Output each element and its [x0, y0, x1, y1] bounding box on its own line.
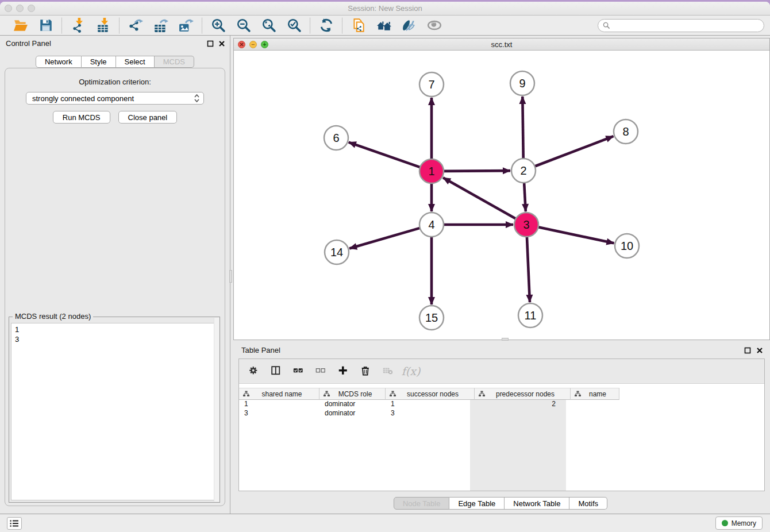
- graph-edge-2-3[interactable]: [524, 183, 526, 211]
- graph-node-6[interactable]: 6: [324, 126, 348, 150]
- network-canvas[interactable]: 7968124314101511: [234, 51, 769, 340]
- network-window: ✕ − + scc.txt 7968124314101511: [233, 38, 770, 340]
- graph-node-2[interactable]: 2: [511, 159, 536, 183]
- control-tab-style[interactable]: Style: [82, 56, 116, 68]
- graph-edge-3-10[interactable]: [538, 227, 614, 243]
- delete-column-icon: [360, 365, 372, 377]
- optimization-criterion-select[interactable]: strongly connected component: [26, 92, 204, 105]
- graph-node-14[interactable]: 14: [325, 240, 349, 264]
- delete-column-button[interactable]: [359, 364, 373, 378]
- svg-text:11: 11: [525, 309, 537, 322]
- fx-icon: f(x): [402, 365, 421, 377]
- table-cell[interactable]: dominator: [319, 400, 386, 409]
- graph-node-9[interactable]: 9: [510, 71, 534, 95]
- table-options-button[interactable]: [247, 364, 261, 378]
- graph-edge-3-1[interactable]: [443, 178, 516, 218]
- mcds-panel: Optimization criterion: strongly connect…: [5, 68, 225, 506]
- import-network-button[interactable]: [70, 18, 86, 33]
- zoom-out-button[interactable]: [236, 18, 251, 33]
- column-header-predecessor-nodes[interactable]: predecessor nodes: [475, 388, 571, 400]
- graph-node-1[interactable]: 1: [419, 159, 444, 183]
- graph-node-11[interactable]: 11: [518, 303, 542, 327]
- control-tab-mcds[interactable]: MCDS: [155, 56, 194, 68]
- mcds-result-textarea[interactable]: 1 3: [11, 323, 218, 500]
- delete-table-button[interactable]: [382, 364, 395, 378]
- graph-edge-1-2[interactable]: [444, 171, 510, 171]
- svg-text:8: 8: [622, 125, 629, 138]
- control-tab-network[interactable]: Network: [36, 56, 82, 68]
- main-toolbar: [0, 16, 770, 36]
- column-sort-icon: [324, 391, 330, 397]
- export-network-button[interactable]: [128, 18, 143, 33]
- graph-node-10[interactable]: 10: [615, 234, 639, 258]
- table-panel-close-button[interactable]: [756, 346, 763, 356]
- function-builder-button[interactable]: f(x): [404, 364, 418, 378]
- zoom-selected-button[interactable]: [286, 18, 302, 33]
- zoom-fit-button[interactable]: [261, 18, 276, 33]
- table-row[interactable]: 3dominator323: [239, 409, 764, 418]
- control-tab-select[interactable]: Select: [116, 56, 155, 68]
- column-header-name[interactable]: name: [571, 388, 619, 400]
- graph-edge-4-14[interactable]: [349, 228, 420, 249]
- show-columns-button[interactable]: [270, 364, 283, 378]
- close-panel-button[interactable]: Close panel: [118, 111, 178, 124]
- svg-text:2: 2: [520, 164, 526, 177]
- add-column-button[interactable]: [337, 364, 351, 378]
- unselect-all-columns-button[interactable]: [314, 364, 328, 378]
- export-image-button[interactable]: [178, 18, 194, 33]
- control-panel-close-button[interactable]: [218, 39, 225, 49]
- window-title: Session: New Session: [0, 4, 770, 13]
- table-panel: Table Panel f(x) shared nameMCDS rolesuc…: [231, 342, 770, 514]
- table-cell[interactable]: dominator: [319, 409, 386, 418]
- horizontal-splitter[interactable]: [502, 338, 509, 341]
- select-all-columns-button[interactable]: [292, 364, 306, 378]
- list-icon: [10, 519, 19, 527]
- table-cell[interactable]: 1: [386, 400, 434, 409]
- graph-node-15[interactable]: 15: [419, 306, 444, 330]
- zoom-in-button[interactable]: [210, 18, 226, 33]
- vertical-splitter[interactable]: [229, 270, 232, 283]
- zoom-out-icon: [236, 18, 251, 33]
- import-table-button[interactable]: [95, 18, 111, 33]
- birds-eye-view-button[interactable]: [426, 18, 442, 33]
- graph-node-8[interactable]: 8: [614, 119, 638, 144]
- mcds-result-group: MCDS result (2 nodes) 1 3: [9, 317, 220, 503]
- table-cell[interactable]: 1: [239, 400, 319, 409]
- graph-node-4[interactable]: 4: [419, 213, 444, 237]
- import-network-icon: [71, 18, 86, 33]
- table-cell[interactable]: 2: [470, 400, 566, 491]
- table-panel-float-button[interactable]: [744, 346, 751, 356]
- toggle-graphics-details-button[interactable]: [401, 18, 417, 33]
- table-tab-network-table[interactable]: Network Table: [505, 497, 569, 510]
- duplicate-network-button[interactable]: [351, 18, 366, 33]
- graph-edge-1-6[interactable]: [349, 142, 420, 167]
- table-cell[interactable]: 3: [386, 409, 434, 418]
- unselect-all-columns-icon: [315, 365, 328, 377]
- mcds-result-scrollbar[interactable]: [214, 318, 219, 502]
- home-view-button[interactable]: [376, 18, 391, 33]
- search-input[interactable]: [613, 21, 759, 29]
- table-tab-node-table[interactable]: Node Table: [394, 497, 450, 510]
- control-panel-float-button[interactable]: [207, 39, 214, 49]
- column-header-MCDS-role[interactable]: MCDS role: [319, 388, 386, 400]
- graph-edge-2-9[interactable]: [522, 97, 523, 159]
- table-tab-edge-table[interactable]: Edge Table: [449, 497, 505, 510]
- column-header-shared-name[interactable]: shared name: [239, 388, 319, 400]
- run-mcds-button[interactable]: Run MCDS: [53, 111, 110, 124]
- table-cell[interactable]: 3: [239, 409, 319, 418]
- graph-edge-3-11[interactable]: [527, 237, 530, 302]
- refresh-network-button[interactable]: [318, 18, 334, 33]
- home-view-icon: [376, 18, 391, 33]
- save-session-button[interactable]: [38, 18, 53, 33]
- search-box[interactable]: [598, 19, 764, 32]
- task-history-button[interactable]: [7, 517, 22, 530]
- export-table-button[interactable]: [153, 18, 168, 33]
- column-header-successor-nodes[interactable]: successor nodes: [386, 388, 475, 400]
- graph-node-7[interactable]: 7: [419, 72, 444, 97]
- open-session-button[interactable]: [13, 18, 28, 33]
- memory-button[interactable]: Memory: [715, 516, 763, 530]
- graph-node-3[interactable]: 3: [514, 213, 538, 237]
- node-table-block: f(x) shared nameMCDS rolesuccessor nodes…: [238, 358, 765, 491]
- graph-edge-2-8[interactable]: [535, 136, 614, 166]
- table-tab-motifs[interactable]: Motifs: [569, 497, 607, 510]
